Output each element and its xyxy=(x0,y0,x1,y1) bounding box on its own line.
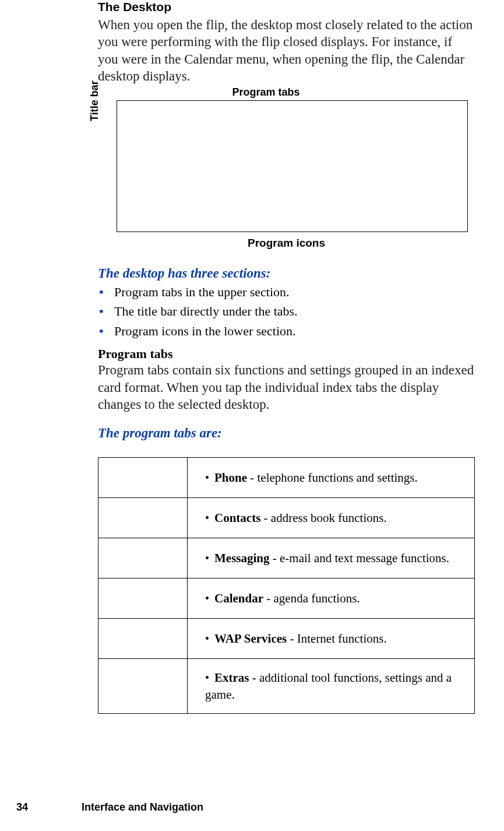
tab-name: Phone xyxy=(214,471,247,485)
tab-name: Messaging xyxy=(214,551,270,565)
tab-icon-cell xyxy=(98,659,188,714)
diagram-box xyxy=(117,100,468,232)
subheading-program-tabs-are: The program tabs are: xyxy=(98,426,475,441)
tab-desc: - agenda functions. xyxy=(263,591,360,605)
table-row: Extras - additional tool functions, sett… xyxy=(98,659,475,714)
program-tabs-body: Program tabs contain six functions and s… xyxy=(98,362,475,413)
bullet-icon xyxy=(205,550,214,566)
tab-icon-cell xyxy=(98,538,188,578)
table-row: Messaging - e-mail and text message func… xyxy=(98,538,475,578)
program-tabs-table: Phone - telephone functions and settings… xyxy=(98,457,475,714)
page-number: 34 xyxy=(16,801,82,814)
tab-text-cell: Contacts - address book functions. xyxy=(188,498,475,538)
tab-desc: - address book functions. xyxy=(260,511,386,525)
list-item: The title bar directly under the tabs. xyxy=(98,301,475,321)
bullet-icon xyxy=(205,630,214,647)
list-item: Program tabs in the upper section. xyxy=(98,282,475,301)
main-text-column: The Desktop When you open the flip, the … xyxy=(98,0,475,714)
tab-icon-cell xyxy=(98,458,188,498)
diagram-label-title-bar: Title bar xyxy=(89,80,101,121)
tab-name: Calendar xyxy=(214,591,263,605)
table-row: Phone - telephone functions and settings… xyxy=(98,458,475,498)
tab-text-cell: Messaging - e-mail and text message func… xyxy=(188,538,475,578)
sections-bullet-list: Program tabs in the upper section. The t… xyxy=(98,282,475,341)
program-tabs-heading: Program tabs xyxy=(98,346,475,362)
tab-text-cell: Phone - telephone functions and settings… xyxy=(188,458,475,498)
tab-name: Extras xyxy=(214,671,249,685)
table-row: Contacts - address book functions. xyxy=(98,498,475,538)
diagram-label-program-tabs: Program tabs xyxy=(98,86,434,99)
tab-text-cell: Extras - additional tool functions, sett… xyxy=(188,659,475,714)
tab-text-cell: Calendar - agenda functions. xyxy=(188,578,475,619)
bullet-icon xyxy=(205,510,214,526)
tab-text-cell: WAP Services - Internet functions. xyxy=(188,619,475,659)
chapter-title: Interface and Navigation xyxy=(82,801,203,813)
list-item: Program icons in the lower section. xyxy=(98,321,475,341)
tab-name: WAP Services xyxy=(214,632,287,646)
table-row: WAP Services - Internet functions. xyxy=(98,619,475,659)
bullet-icon xyxy=(205,669,214,686)
tab-icon-cell xyxy=(98,619,188,659)
page: The Desktop When you open the flip, the … xyxy=(0,0,504,831)
tab-name: Contacts xyxy=(214,511,260,525)
table-row: Calendar - agenda functions. xyxy=(98,578,475,619)
section-title: The Desktop xyxy=(98,0,475,14)
bullet-icon xyxy=(205,469,214,486)
tab-icon-cell xyxy=(98,578,188,619)
tab-desc: - Internet functions. xyxy=(287,632,386,646)
diagram-label-program-icons: Program icons xyxy=(98,237,475,250)
bullet-icon xyxy=(205,590,214,606)
tab-desc: - telephone functions and settings. xyxy=(247,471,418,485)
desktop-diagram: Program tabs Title bar Program icons xyxy=(98,86,475,255)
page-footer: 34Interface and Navigation xyxy=(16,801,482,814)
tab-icon-cell xyxy=(98,498,188,538)
intro-paragraph: When you open the flip, the desktop most… xyxy=(98,16,475,85)
subheading-three-sections: The desktop has three sections: xyxy=(98,266,475,281)
tab-desc: - e-mail and text message functions. xyxy=(270,551,450,565)
